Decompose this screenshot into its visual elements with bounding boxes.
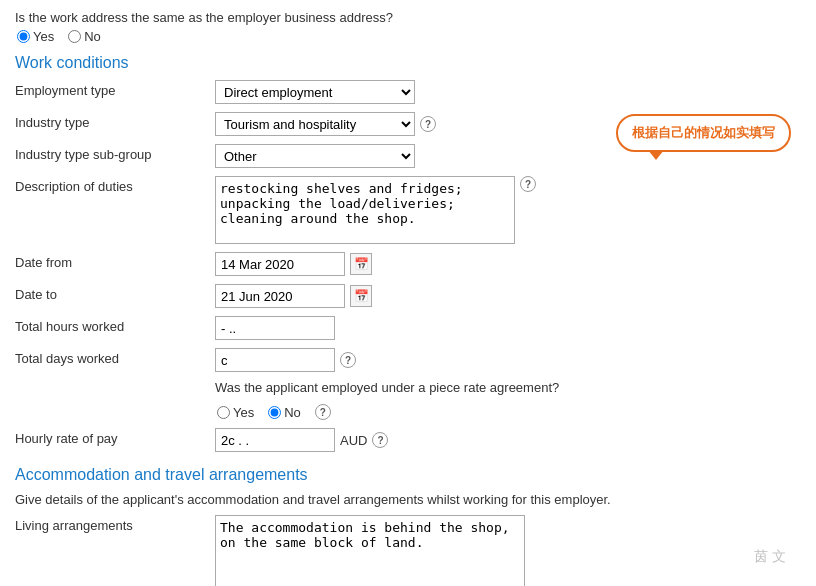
employment-type-row: Employment type Direct employment Labour…: [15, 80, 801, 104]
date-to-field: 📅: [215, 284, 801, 308]
living-arrangements-textarea[interactable]: The accommodation is behind the shop, on…: [215, 515, 525, 586]
duties-textarea[interactable]: restocking shelves and fridges; unpackin…: [215, 176, 515, 244]
hourly-pay-input[interactable]: [215, 428, 335, 452]
aud-label: AUD: [340, 433, 367, 448]
address-radio-group: Yes No: [17, 29, 801, 44]
piece-rate-help-icon[interactable]: ?: [315, 404, 331, 420]
piece-rate-yes-label[interactable]: Yes: [217, 404, 254, 420]
hours-worked-row: Total hours worked: [15, 316, 801, 340]
accommodation-description: Give details of the applicant's accommod…: [15, 492, 801, 507]
top-section: Is the work address the same as the empl…: [15, 10, 801, 44]
hours-worked-label: Total hours worked: [15, 316, 215, 334]
employment-type-label: Employment type: [15, 80, 215, 98]
hourly-pay-help-icon[interactable]: ?: [372, 432, 388, 448]
piece-rate-spacer: [15, 380, 215, 383]
address-yes-text: Yes: [33, 29, 54, 44]
hourly-pay-field: AUD ?: [215, 428, 801, 452]
industry-type-select[interactable]: Tourism and hospitality Agriculture Othe…: [215, 112, 415, 136]
hours-worked-field: [215, 316, 801, 340]
piece-rate-question: Was the applicant employed under a piece…: [215, 380, 559, 395]
date-to-label: Date to: [15, 284, 215, 302]
date-to-calendar-icon[interactable]: 📅: [350, 285, 372, 307]
piece-rate-yes-radio[interactable]: [217, 406, 230, 419]
industry-subgroup-select[interactable]: Other Hotels Restaurants: [215, 144, 415, 168]
date-from-row: Date from 📅: [15, 252, 801, 276]
date-to-input[interactable]: [215, 284, 345, 308]
date-to-row: Date to 📅: [15, 284, 801, 308]
days-worked-row: Total days worked ?: [15, 348, 801, 372]
piece-rate-row: Was the applicant employed under a piece…: [15, 380, 801, 420]
address-yes-radio[interactable]: [17, 30, 30, 43]
date-from-calendar-icon[interactable]: 📅: [350, 253, 372, 275]
duties-textarea-wrap: restocking shelves and fridges; unpackin…: [215, 176, 515, 244]
address-no-label[interactable]: No: [68, 29, 101, 44]
piece-rate-no-radio[interactable]: [268, 406, 281, 419]
hourly-pay-row: Hourly rate of pay AUD ?: [15, 428, 801, 452]
days-worked-field: ?: [215, 348, 801, 372]
top-question: Is the work address the same as the empl…: [15, 10, 801, 25]
date-from-field: 📅: [215, 252, 801, 276]
industry-type-label: Industry type: [15, 112, 215, 130]
date-from-input[interactable]: [215, 252, 345, 276]
living-arrangements-row: Living arrangements The accommodation is…: [15, 515, 801, 586]
piece-rate-field: Was the applicant employed under a piece…: [215, 380, 801, 420]
watermark: 茵 文: [754, 548, 786, 566]
duties-help-icon[interactable]: ?: [520, 176, 536, 192]
address-no-radio[interactable]: [68, 30, 81, 43]
address-yes-label[interactable]: Yes: [17, 29, 54, 44]
accommodation-heading: Accommodation and travel arrangements: [15, 466, 801, 484]
days-worked-input[interactable]: [215, 348, 335, 372]
work-conditions-heading: Work conditions: [15, 54, 801, 72]
duties-field: restocking shelves and fridges; unpackin…: [215, 176, 536, 244]
piece-rate-no-label[interactable]: No: [268, 404, 301, 420]
hours-worked-input[interactable]: [215, 316, 335, 340]
annotation-bubble: 根据自己的情况如实填写: [616, 114, 791, 152]
piece-rate-yes-text: Yes: [233, 405, 254, 420]
piece-rate-no-text: No: [284, 405, 301, 420]
industry-help-icon[interactable]: ?: [420, 116, 436, 132]
duties-row: Description of duties restocking shelves…: [15, 176, 801, 244]
date-from-label: Date from: [15, 252, 215, 270]
industry-subgroup-label: Industry type sub-group: [15, 144, 215, 162]
hourly-pay-label: Hourly rate of pay: [15, 428, 215, 446]
days-worked-label: Total days worked: [15, 348, 215, 366]
piece-rate-radio-group: Yes No ?: [217, 404, 331, 420]
employment-type-field: Direct employment Labour hire Other: [215, 80, 801, 104]
duties-label: Description of duties: [15, 176, 215, 194]
living-arrangements-field: The accommodation is behind the shop, on…: [215, 515, 801, 586]
living-arrangements-label: Living arrangements: [15, 515, 215, 533]
employment-type-select[interactable]: Direct employment Labour hire Other: [215, 80, 415, 104]
accommodation-section: Accommodation and travel arrangements Gi…: [15, 466, 801, 586]
days-help-icon[interactable]: ?: [340, 352, 356, 368]
address-no-text: No: [84, 29, 101, 44]
